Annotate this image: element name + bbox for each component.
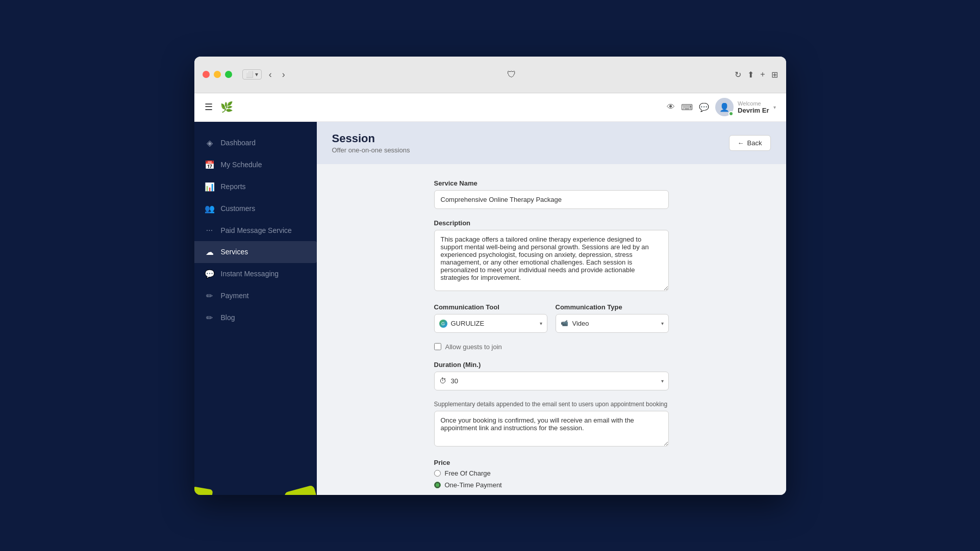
back-arrow-icon: ← bbox=[738, 139, 744, 147]
communication-tool-wrapper: G GURULIZE ▾ bbox=[434, 314, 547, 333]
back-button[interactable]: ← Back bbox=[729, 135, 771, 151]
nav-bar: ☰ 🌿 👁 ⌨ 💬 👤 Welcome Devrim Er ▾ bbox=[194, 93, 786, 122]
communication-row: Communication Tool G GURULIZE ▾ bbox=[434, 303, 669, 343]
duration-select-wrapper: ⏱ 15 30 45 60 90 ▾ bbox=[434, 372, 669, 390]
duration-label: Duration (Min.) bbox=[434, 361, 669, 369]
allow-guests-row: Allow guests to join bbox=[434, 343, 669, 351]
sidebar-item-services[interactable]: ☁ Services bbox=[194, 241, 317, 263]
browser-actions: ↻ ⬆ + ⊞ bbox=[735, 70, 777, 80]
price-label: Price bbox=[434, 459, 669, 466]
page-header: Session Offer one-on-one sessions ← Back bbox=[317, 122, 786, 164]
communication-tool-label: Communication Tool bbox=[434, 303, 547, 311]
refresh-btn[interactable]: ↻ bbox=[735, 70, 741, 80]
back-button-label: Back bbox=[747, 139, 762, 147]
user-text: Welcome Devrim Er bbox=[738, 100, 769, 114]
browser-window: ⬜ ▾ ‹ › 🛡 ↻ ⬆ + ⊞ ☰ 🌿 👁 ⌨ 💬 bbox=[194, 57, 786, 495]
duration-group: Duration (Min.) ⏱ 15 30 45 60 90 ▾ bbox=[434, 361, 669, 390]
sidebar-item-myschedule[interactable]: 📅 My Schedule bbox=[194, 154, 317, 176]
grid-btn[interactable]: ⊞ bbox=[771, 70, 778, 80]
traffic-light-green[interactable] bbox=[225, 71, 232, 78]
description-textarea[interactable]: This package offers a tailored online th… bbox=[434, 230, 669, 291]
content-area: Session Offer one-on-one sessions ← Back… bbox=[317, 122, 786, 495]
sidebar-item-label: Reports bbox=[221, 182, 246, 191]
allow-guests-label: Allow guests to join bbox=[445, 343, 502, 351]
price-radio-group: Free Of Charge One-Time Payment bbox=[434, 469, 669, 489]
forward-nav-btn[interactable]: › bbox=[279, 68, 288, 81]
price-group: Price Free Of Charge One-Time Payment bbox=[434, 459, 669, 489]
one-time-payment-row: One-Time Payment bbox=[434, 481, 669, 489]
form-area: Service Name Description This package of… bbox=[419, 164, 684, 495]
sidebar-item-customers[interactable]: 👥 Customers bbox=[194, 198, 317, 220]
one-time-payment-label: One-Time Payment bbox=[445, 481, 502, 489]
sidebar-item-payment[interactable]: ✏ Payment bbox=[194, 285, 317, 307]
page-title: Session bbox=[332, 132, 410, 145]
traffic-light-red[interactable] bbox=[203, 71, 210, 78]
welcome-label: Welcome bbox=[738, 100, 769, 107]
sidebar-item-label: Dashboard bbox=[221, 139, 256, 147]
hamburger-btn[interactable]: ☰ bbox=[205, 101, 213, 113]
supplementary-textarea[interactable]: Once your booking is confirmed, you will… bbox=[434, 411, 669, 447]
sidebar-item-label: Payment bbox=[221, 292, 249, 300]
sidebar-item-label: Instant Messaging bbox=[221, 270, 279, 278]
sidebar-item-paid-message-service[interactable]: ··· Paid Message Service bbox=[194, 220, 317, 241]
traffic-light-yellow[interactable] bbox=[214, 71, 221, 78]
address-bar: 🛡 bbox=[435, 69, 588, 80]
messaging-icon: 💬 bbox=[205, 269, 215, 279]
main-area: ◈ Dashboard 📅 My Schedule 📊 Reports 👥 Cu… bbox=[194, 122, 786, 495]
payment-icon: ✏ bbox=[205, 291, 215, 301]
nav-logo: 🌿 bbox=[219, 99, 235, 115]
shield-icon: 🛡 bbox=[507, 69, 516, 80]
traffic-lights bbox=[203, 71, 232, 78]
eye-btn[interactable]: 👁 bbox=[667, 102, 675, 112]
supplementary-group: Supplementary details appended to the em… bbox=[434, 401, 669, 449]
share-btn[interactable]: ⬆ bbox=[747, 70, 754, 80]
sidebar-item-label: Blog bbox=[221, 313, 235, 322]
sidebar-item-label: Customers bbox=[221, 204, 256, 213]
service-name-label: Service Name bbox=[434, 179, 669, 187]
services-icon: ☁ bbox=[205, 247, 215, 257]
communication-type-select[interactable]: Video Audio Chat bbox=[556, 314, 669, 333]
sidebar-item-label: Paid Message Service bbox=[221, 226, 292, 234]
add-tab-btn[interactable]: + bbox=[760, 70, 765, 79]
sidebar-item-reports[interactable]: 📊 Reports bbox=[194, 176, 317, 198]
service-name-input[interactable] bbox=[434, 190, 669, 209]
communication-tool-group: Communication Tool G GURULIZE ▾ bbox=[434, 303, 547, 333]
user-name: Devrim Er bbox=[738, 107, 769, 114]
keyboard-btn[interactable]: ⌨ bbox=[681, 102, 693, 112]
communication-type-group: Communication Type 📹 Video Audio Chat ▾ bbox=[556, 303, 669, 333]
description-label: Description bbox=[434, 219, 669, 227]
allow-guests-checkbox[interactable] bbox=[434, 343, 441, 350]
free-of-charge-row: Free Of Charge bbox=[434, 469, 669, 477]
sidebar-item-label: Services bbox=[221, 248, 248, 256]
communication-tool-select[interactable]: GURULIZE bbox=[434, 314, 547, 333]
sidebar-toggle-btn[interactable]: ⬜ ▾ bbox=[242, 69, 262, 80]
supplementary-label: Supplementary details appended to the em… bbox=[434, 401, 669, 408]
customers-icon: 👥 bbox=[205, 204, 215, 214]
chat-btn[interactable]: 💬 bbox=[699, 102, 709, 112]
free-of-charge-radio[interactable] bbox=[434, 470, 441, 477]
paid-message-icon: ··· bbox=[205, 226, 215, 235]
nav-right: 👁 ⌨ 💬 👤 Welcome Devrim Er ▾ bbox=[667, 98, 775, 116]
page-header-left: Session Offer one-on-one sessions bbox=[332, 132, 410, 154]
chevron-down-icon: ▾ bbox=[773, 104, 776, 110]
browser-chrome: ⬜ ▾ ‹ › 🛡 ↻ ⬆ + ⊞ bbox=[194, 57, 786, 93]
avatar-online-indicator bbox=[728, 111, 734, 116]
sidebar-item-dashboard[interactable]: ◈ Dashboard bbox=[194, 132, 317, 154]
user-info[interactable]: 👤 Welcome Devrim Er ▾ bbox=[715, 98, 775, 116]
address-bar-area: 🛡 bbox=[294, 69, 728, 80]
browser-controls: ⬜ ▾ ‹ › bbox=[242, 68, 288, 81]
avatar: 👤 bbox=[715, 98, 734, 116]
free-of-charge-label: Free Of Charge bbox=[445, 469, 491, 477]
communication-type-wrapper: 📹 Video Audio Chat ▾ bbox=[556, 314, 669, 333]
sidebar: ◈ Dashboard 📅 My Schedule 📊 Reports 👥 Cu… bbox=[194, 122, 317, 495]
one-time-payment-radio[interactable] bbox=[434, 482, 441, 488]
back-nav-btn[interactable]: ‹ bbox=[266, 68, 275, 81]
sidebar-item-instant-messaging[interactable]: 💬 Instant Messaging bbox=[194, 263, 317, 285]
sidebar-item-label: My Schedule bbox=[221, 161, 262, 169]
app-container: ☰ 🌿 👁 ⌨ 💬 👤 Welcome Devrim Er ▾ bbox=[194, 93, 786, 495]
communication-type-label: Communication Type bbox=[556, 303, 669, 311]
duration-select[interactable]: 15 30 45 60 90 bbox=[434, 372, 669, 390]
service-name-group: Service Name bbox=[434, 179, 669, 209]
dashboard-icon: ◈ bbox=[205, 138, 215, 148]
sidebar-item-blog[interactable]: ✏ Blog bbox=[194, 307, 317, 329]
